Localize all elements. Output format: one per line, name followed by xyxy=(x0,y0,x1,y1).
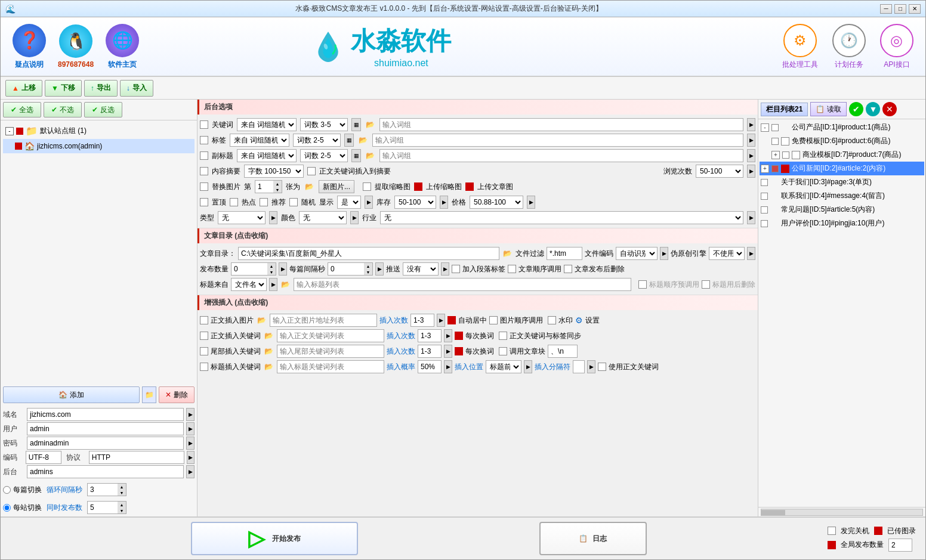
keyword-source-select[interactable]: 来自 词组随机 xyxy=(237,118,297,131)
deselect-button[interactable]: ✔ 不选 xyxy=(44,102,82,117)
tag-source-select[interactable]: 来自 词组随机 xyxy=(230,134,289,147)
move-up-button[interactable]: ▲ 上移 xyxy=(5,80,42,97)
import-button[interactable]: ↓ 导入 xyxy=(120,80,153,97)
cb-faq[interactable] xyxy=(761,206,768,214)
help-icon-btn[interactable]: ❓ 疑点说明 xyxy=(13,24,46,70)
protocol-input[interactable] xyxy=(89,451,184,464)
tree-item-company-news[interactable]: + 公司新闻[ID:2]#article:2(内容) xyxy=(760,162,924,175)
subtitle-input[interactable] xyxy=(379,149,743,162)
tree-item-free-template[interactable]: 免费模板[ID:6]#product:6(商品) xyxy=(760,134,924,148)
insert-image-count-input[interactable] xyxy=(410,314,434,327)
dir-path-input[interactable] xyxy=(238,247,499,260)
cb-about[interactable] xyxy=(761,179,768,186)
insert-keyword-content-count-input[interactable] xyxy=(418,329,442,342)
log-button[interactable]: 📋 日志 xyxy=(539,522,647,555)
sync-kw-tag-checkbox[interactable] xyxy=(499,332,507,340)
schedule-tool-btn[interactable]: 🕐 计划任务 xyxy=(832,24,866,70)
image-number-down[interactable]: ▼ xyxy=(273,187,282,193)
cb-biz-template[interactable] xyxy=(782,151,789,159)
down-button[interactable]: ▼ xyxy=(866,102,880,116)
expand-company-product[interactable]: - xyxy=(761,123,769,132)
color-select[interactable]: 无 xyxy=(299,211,347,224)
concurrent-count-input[interactable] xyxy=(88,502,118,513)
start-publish-button[interactable]: ▷ 开始发布 xyxy=(191,522,358,555)
tree-item-company-product[interactable]: - 公司产品[ID:1]#product:1(商品) xyxy=(760,120,924,134)
tree-item-about[interactable]: 关于我们[ID:3]#page:3(单页) xyxy=(760,175,924,189)
top-checkbox[interactable] xyxy=(200,198,208,206)
right-panel-scrollbar[interactable] xyxy=(758,507,925,516)
insert-keyword-end-count-input[interactable] xyxy=(418,345,442,358)
subtitle-count-select[interactable]: 词数 2-5 xyxy=(300,149,348,162)
title-order-checkbox[interactable] xyxy=(638,280,647,289)
delete-after-checkbox[interactable] xyxy=(564,265,572,273)
invert-select-button[interactable]: ✔ 反选 xyxy=(84,102,122,117)
publish-count-spinner[interactable]: ▲ ▼ xyxy=(231,262,276,276)
tree-item-faq[interactable]: 常见问题[ID:5]#article:5(内容) xyxy=(760,203,924,216)
insert-keyword-title-checkbox[interactable] xyxy=(200,363,208,371)
enhance-header[interactable]: 增强插入 (点击收缩) xyxy=(197,295,758,310)
backend-options-header[interactable]: 后台选项 xyxy=(197,100,758,115)
image-number-input[interactable] xyxy=(255,181,273,193)
interval-spinner[interactable]: ▲ ▼ xyxy=(328,262,373,276)
image-number-spinner[interactable]: ▲ ▼ xyxy=(255,180,282,193)
global-count-input[interactable] xyxy=(888,539,912,552)
insert-keyword-end-checkbox[interactable] xyxy=(200,347,208,355)
domain-scroll-right[interactable]: ▶ xyxy=(186,408,195,421)
encoding-input[interactable] xyxy=(26,451,61,464)
delete-site-button[interactable]: ✕ 删除 xyxy=(159,386,195,403)
paragraph-tag-checkbox[interactable] xyxy=(452,265,460,273)
industry-select[interactable]: 无 xyxy=(380,211,743,224)
insert-keyword-title-input[interactable] xyxy=(277,360,384,373)
push-select[interactable]: 没有 xyxy=(403,262,439,276)
close-button[interactable]: ✕ xyxy=(909,4,921,14)
insert-rate-input[interactable] xyxy=(418,360,442,373)
move-down-button[interactable]: ▼ 下移 xyxy=(45,80,82,97)
insert-pos-select[interactable]: 标题前 xyxy=(486,360,521,373)
concurrent-count-up[interactable]: ▲ xyxy=(118,502,126,508)
expand-biz-template[interactable]: + xyxy=(771,151,780,159)
tag-checkbox[interactable] xyxy=(200,136,208,144)
per-article-switch-radio[interactable]: 每篇切换 xyxy=(3,485,42,495)
insert-image-checkbox[interactable] xyxy=(200,316,208,324)
domain-input[interactable] xyxy=(27,408,184,421)
cb-free-template[interactable] xyxy=(771,138,779,145)
cancel-icon-button[interactable]: ✕ xyxy=(882,102,897,116)
minimize-button[interactable]: ─ xyxy=(880,4,892,14)
subtitle-source-select[interactable]: 来自 词组随机 xyxy=(237,149,297,162)
watermark-settings-icon[interactable]: ⚙ xyxy=(575,315,583,325)
site-group-collapse[interactable]: - xyxy=(5,127,14,135)
expand-company-news[interactable]: + xyxy=(761,165,769,173)
insert-image-input[interactable] xyxy=(270,314,377,327)
type-select[interactable]: 无 xyxy=(218,211,266,224)
cycle-interval-spinner[interactable]: ▲ ▼ xyxy=(87,483,126,496)
user-input[interactable] xyxy=(27,422,184,435)
per-article-radio-input[interactable] xyxy=(3,486,11,494)
right-scrollbar-track[interactable] xyxy=(761,509,923,516)
watermark-checkbox[interactable] xyxy=(548,316,556,324)
stock-select[interactable]: 50-100 xyxy=(394,196,436,209)
article-dir-header[interactable]: 文章目录 (点击收缩) xyxy=(197,228,758,243)
article-order-checkbox[interactable] xyxy=(508,265,516,273)
select-all-button[interactable]: ✔ 全选 xyxy=(3,102,41,117)
interval-down[interactable]: ▼ xyxy=(364,269,372,275)
keyword-checkbox[interactable] xyxy=(200,120,208,129)
api-tool-btn[interactable]: ◎ API接口 xyxy=(880,24,913,70)
tree-item-biz-template[interactable]: + 商业模板[ID:7]#product:7(商品) xyxy=(760,148,924,162)
title-delete-checkbox[interactable] xyxy=(702,280,710,289)
summary-checkbox[interactable] xyxy=(200,167,208,175)
insert-keyword-content-checkbox[interactable] xyxy=(200,332,208,340)
site-folder-button[interactable]: 📁 xyxy=(142,386,156,403)
cb-contact[interactable] xyxy=(761,193,768,200)
qq-icon-btn[interactable]: 🐧 897687648 xyxy=(58,24,94,69)
fake-original-select[interactable]: 不使用 xyxy=(709,247,745,260)
confirm-button[interactable]: ✔ xyxy=(849,102,863,116)
display-select[interactable]: 是 xyxy=(337,196,361,209)
extract-thumb-checkbox[interactable] xyxy=(363,182,371,191)
export-button[interactable]: ↑ 导出 xyxy=(84,80,118,97)
publish-count-down[interactable]: ▼ xyxy=(267,269,276,275)
batch-tool-btn[interactable]: ⚙ 批处理工具 xyxy=(782,24,818,70)
pwd-scroll-right[interactable]: ▶ xyxy=(186,437,195,450)
call-block-input[interactable] xyxy=(548,345,578,358)
view-count-select[interactable]: 50-100 xyxy=(696,165,743,178)
summary-count-select[interactable]: 字数 100-150 xyxy=(244,165,304,178)
